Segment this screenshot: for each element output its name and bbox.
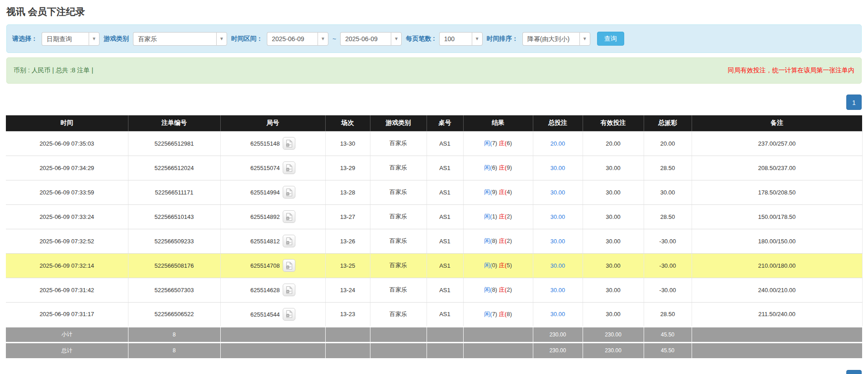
chevron-down-icon[interactable]: ▼	[472, 32, 483, 46]
cell-result: 闲(6) 庄(9)	[463, 156, 533, 180]
time-range-label: 时间区间：	[231, 35, 263, 43]
time-sort-combo[interactable]: 降幂(由大到小) ▼	[522, 32, 590, 46]
cell-round: 625514628	[220, 278, 325, 302]
cell-bet-id: 522566508176	[128, 253, 220, 278]
cell-note: 237.00/257.00	[692, 131, 862, 156]
cell-total-bet: 30.00	[533, 302, 583, 327]
cell-payout: 20.00	[644, 131, 692, 156]
player-result: 闲(6)	[484, 164, 497, 172]
video-replay-button[interactable]	[283, 284, 295, 296]
total-bet-link[interactable]: 30.00	[550, 165, 565, 171]
round-id: 625514994	[250, 189, 280, 196]
select-mode-value[interactable]: 日期查询	[42, 32, 89, 46]
player-result: 闲(9)	[484, 188, 497, 196]
subtotal-count: 8	[128, 327, 220, 342]
round-id: 625514892	[250, 213, 280, 220]
col-header-time: 时间	[6, 115, 128, 131]
cell-round: 625514708	[220, 253, 325, 278]
total-bet-link[interactable]: 30.00	[550, 189, 565, 196]
cell-note: 240.00/210.00	[692, 278, 862, 302]
player-result: 闲(1)	[484, 213, 497, 221]
total-bet-link[interactable]: 20.00	[550, 140, 565, 147]
col-header-game: 游戏类别	[370, 115, 427, 131]
grand-total-count: 8	[128, 342, 220, 358]
cell-session: 13-26	[325, 229, 370, 253]
cell-game: 百家乐	[370, 302, 427, 327]
grand-total-label: 总计	[6, 342, 128, 358]
currency-summary-text: 币别 : 人民币 | 总共 :8 注单 |	[14, 66, 93, 75]
cell-table-no: AS1	[427, 302, 463, 327]
cell-game: 百家乐	[370, 278, 427, 302]
search-button[interactable]: 查询	[597, 32, 624, 46]
page-size-value[interactable]: 100	[439, 32, 472, 46]
cell-time: 2025-06-09 07:35:03	[6, 131, 128, 156]
video-replay-button[interactable]	[283, 259, 295, 272]
page-title: 视讯 会员下注纪录	[6, 5, 868, 18]
cell-note: 150.00/178.50	[692, 204, 862, 229]
cell-valid-bet: 30.00	[583, 253, 644, 278]
chevron-down-icon[interactable]: ▼	[391, 32, 402, 46]
video-replay-button[interactable]	[283, 235, 295, 247]
table-row: 2025-06-09 07:33:59 522566511171 6255149…	[6, 180, 862, 204]
bet-records-table: 时间 注单编号 局号 场次 游戏类别 桌号 结果 总投注 有效投注 总派彩 备注…	[6, 115, 863, 358]
date-from-value[interactable]: 2025-06-09	[267, 32, 318, 46]
game-type-label: 游戏类别	[104, 35, 129, 43]
table-row: 2025-06-09 07:33:24 522566510143 6255148…	[6, 204, 862, 229]
round-id: 625514812	[250, 238, 280, 245]
banker-result: 庄(2)	[499, 237, 512, 245]
cell-table-no: AS1	[427, 204, 463, 229]
cell-bet-id: 522566510143	[128, 204, 220, 229]
chevron-down-icon[interactable]: ▼	[89, 32, 100, 46]
col-header-valid-bet: 有效投注	[583, 115, 644, 131]
round-id: 625514708	[250, 262, 280, 269]
total-bet-link[interactable]: 30.00	[550, 213, 565, 220]
cell-game: 百家乐	[370, 131, 427, 156]
round-id: 625515148	[250, 140, 280, 147]
video-replay-button[interactable]	[283, 186, 295, 199]
cell-total-bet: 30.00	[533, 278, 583, 302]
cell-round: 625514812	[220, 229, 325, 253]
table-row: 2025-06-09 07:32:14 522566508176 6255147…	[6, 253, 862, 278]
notice-bar: 币别 : 人民币 | 总共 :8 注单 | 同局有效投注，统一计算在该局第一张注…	[6, 57, 862, 84]
video-replay-button[interactable]	[283, 137, 295, 150]
cell-bet-id: 522566512981	[128, 131, 220, 156]
cell-note: 178.50/208.50	[692, 180, 862, 204]
total-bet-link[interactable]: 30.00	[550, 311, 565, 317]
page-size-combo[interactable]: 100 ▼	[439, 32, 483, 46]
cell-valid-bet: 30.00	[583, 180, 644, 204]
cell-session: 13-29	[325, 156, 370, 180]
table-header-row: 时间 注单编号 局号 场次 游戏类别 桌号 结果 总投注 有效投注 总派彩 备注	[6, 115, 862, 131]
table-row: 2025-06-09 07:35:03 522566512981 6255151…	[6, 131, 862, 156]
chevron-down-icon[interactable]: ▼	[579, 32, 590, 46]
time-sort-value[interactable]: 降幂(由大到小)	[522, 32, 579, 46]
date-to-combo[interactable]: 2025-06-09 ▼	[340, 32, 402, 46]
chevron-down-icon[interactable]: ▼	[318, 32, 328, 46]
video-replay-button[interactable]	[283, 161, 295, 174]
cell-payout: -30.00	[644, 278, 692, 302]
chevron-down-icon[interactable]: ▼	[216, 32, 227, 46]
col-header-payout: 总派彩	[644, 115, 692, 131]
cell-valid-bet: 30.00	[583, 229, 644, 253]
cell-total-bet: 30.00	[533, 204, 583, 229]
date-from-combo[interactable]: 2025-06-09 ▼	[267, 32, 328, 46]
total-bet-link[interactable]: 30.00	[550, 238, 565, 245]
game-type-value[interactable]: 百家乐	[133, 32, 216, 46]
total-bet-link[interactable]: 30.00	[550, 262, 565, 269]
cell-note: 210.00/180.00	[692, 253, 862, 278]
pagination-top: 1	[6, 95, 862, 110]
col-header-round: 局号	[220, 115, 325, 131]
video-file-icon	[285, 286, 293, 294]
game-type-combo[interactable]: 百家乐 ▼	[133, 32, 227, 46]
page-1-button-bottom[interactable]: 1	[846, 370, 862, 374]
total-bet-link[interactable]: 30.00	[550, 287, 565, 294]
select-mode-label: 请选择：	[12, 35, 38, 43]
video-replay-button[interactable]	[283, 210, 295, 223]
cell-bet-id: 522566511171	[128, 180, 220, 204]
select-mode-combo[interactable]: 日期查询 ▼	[42, 32, 100, 46]
video-replay-button[interactable]	[283, 308, 295, 321]
cell-table-no: AS1	[427, 229, 463, 253]
page-1-button[interactable]: 1	[846, 95, 862, 110]
subtotal-valid-bet: 230.00	[583, 327, 644, 342]
date-to-value[interactable]: 2025-06-09	[340, 32, 391, 46]
grand-total-row: 总计 8 230.00 230.00 45.50	[6, 342, 862, 358]
